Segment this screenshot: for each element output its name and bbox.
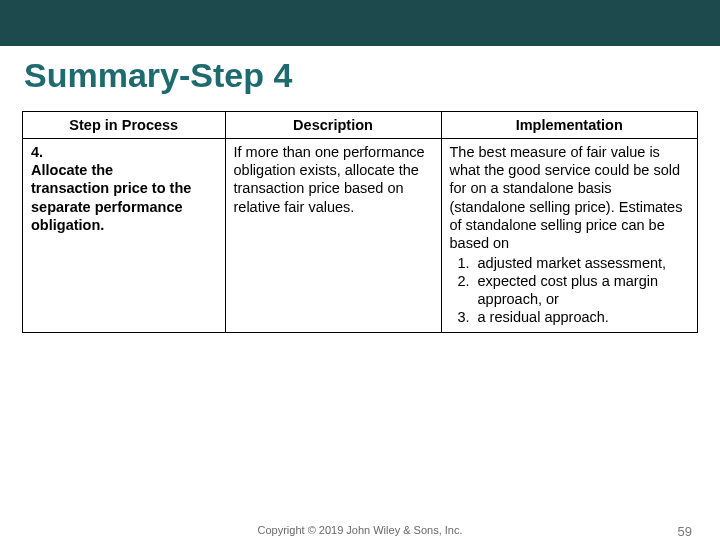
implementation-list: adjusted market assessment, expected cos… [474,254,690,327]
col-header-description: Description [225,112,441,139]
list-item: adjusted market assessment, [474,254,690,272]
summary-table: Step in Process Description Implementati… [22,111,698,333]
page-number: 59 [678,524,692,539]
col-header-implementation: Implementation [441,112,698,139]
slide: Summary-Step 4 Step in Process Descripti… [0,0,720,540]
cell-step: 4. Allocate the transaction price to the… [23,139,226,333]
implementation-intro: The best measure of fair value is what t… [450,144,683,251]
col-header-step: Step in Process [23,112,226,139]
cell-description: If more than one performance obligation … [225,139,441,333]
step-text: Allocate the transaction price to the se… [31,161,195,234]
copyright-text: Copyright © 2019 John Wiley & Sons, Inc. [258,524,463,536]
list-item: a residual approach. [474,308,690,326]
slide-title: Summary-Step 4 [0,46,720,111]
step-number: 4. [31,143,49,161]
cell-implementation: The best measure of fair value is what t… [441,139,698,333]
list-item: expected cost plus a margin approach, or [474,272,690,308]
table-header-row: Step in Process Description Implementati… [23,112,698,139]
header-band [0,0,720,46]
table-row: 4. Allocate the transaction price to the… [23,139,698,333]
